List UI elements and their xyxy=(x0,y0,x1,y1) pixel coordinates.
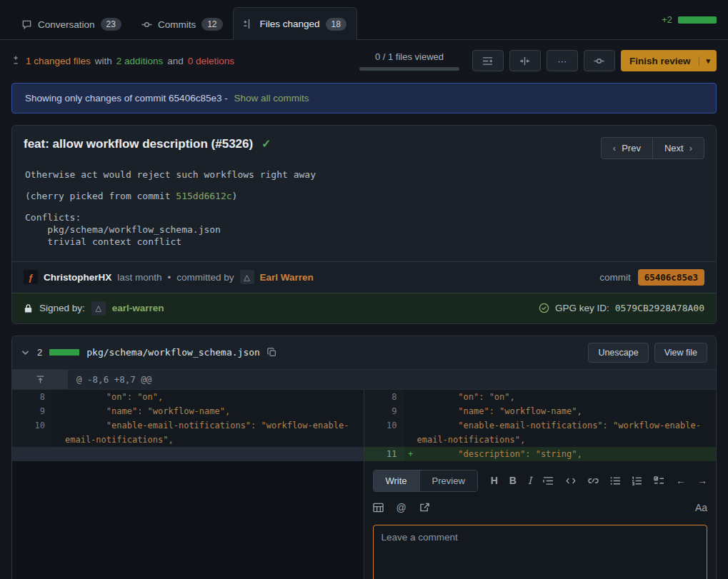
show-all-commits-link[interactable]: Show all commits xyxy=(234,93,309,104)
tab-conversation[interactable]: Conversation 23 xyxy=(11,9,131,39)
files-viewed: 0 / 1 files viewed xyxy=(359,51,459,71)
signer-avatar[interactable]: △ xyxy=(91,301,106,316)
unordered-list-icon[interactable] xyxy=(610,476,621,485)
cherry-pick-suffix: ) xyxy=(232,191,238,201)
commit-time: last month xyxy=(117,272,161,283)
diff-row: 8 "on": "on", xyxy=(12,390,364,404)
editor-toolbar-secondary: @ Aa xyxy=(373,502,708,513)
new-line-number[interactable]: 10 xyxy=(364,418,404,447)
with-text: with xyxy=(95,56,112,66)
files-viewed-label: 0 / 1 files viewed xyxy=(375,51,444,62)
commit-title: feat: allow workflow description (#5326) xyxy=(24,137,253,151)
tab-files-changed[interactable]: Files changed 18 xyxy=(233,7,357,40)
and-text: and xyxy=(167,56,184,66)
code-icon[interactable] xyxy=(565,476,577,485)
link-icon[interactable] xyxy=(588,476,599,485)
copy-path-icon[interactable] xyxy=(267,348,276,357)
gpg-key-id: 0579CB2928A78A00 xyxy=(615,303,704,313)
tab-commits[interactable]: Commits 12 xyxy=(131,9,233,39)
gpg-key-group: GPG key ID: 0579CB2928A78A00 xyxy=(539,303,704,313)
diff-row: 8 "on": "on", xyxy=(364,390,717,404)
commit-header: feat: allow workflow description (#5326)… xyxy=(12,126,716,163)
cherry-pick-commit-link[interactable]: 515dd6612c xyxy=(176,191,231,201)
hunk-header-row: @ -8,6 +8,7 @@ xyxy=(12,369,716,389)
tab-commits-count: 12 xyxy=(201,18,222,31)
new-line-number[interactable]: 9 xyxy=(364,404,404,418)
diff-empty-area xyxy=(12,461,364,579)
deletions-count: 0 deletions xyxy=(188,56,234,66)
old-line-number[interactable]: 10 xyxy=(12,418,52,447)
author-avatar[interactable]: ƒ xyxy=(24,270,38,284)
tab-conversation-label: Conversation xyxy=(38,19,95,30)
additions-count: 2 additions xyxy=(116,56,163,66)
font-toggle[interactable]: Aa xyxy=(695,502,707,513)
commit-panel: feat: allow workflow description (#5326)… xyxy=(11,125,717,324)
table-icon[interactable] xyxy=(373,503,384,513)
changed-files-count: 1 changed files xyxy=(26,56,91,66)
prev-commit-button[interactable]: ‹ Prev xyxy=(601,137,653,159)
signer-name[interactable]: earl-warren xyxy=(112,303,164,313)
commit-sha-badge[interactable]: 65406c85e3 xyxy=(638,269,704,286)
next-commit-button[interactable]: Next › xyxy=(652,137,704,159)
diff-new-side: 8 "on": "on", 9 "name": "workflow-name",… xyxy=(364,390,717,579)
committer-avatar[interactable]: △ xyxy=(240,270,254,284)
expand-hunk-button[interactable] xyxy=(12,370,68,389)
mention-icon[interactable]: @ xyxy=(397,502,407,513)
changed-files-summary: 1 changed files with 2 additions and 0 d… xyxy=(11,56,234,66)
code-line: "on": "on", xyxy=(417,390,717,404)
preview-tab[interactable]: Preview xyxy=(419,470,477,491)
file-additions-count: 2 xyxy=(37,347,42,358)
commit-sha-group: commit 65406c85e3 xyxy=(599,269,704,286)
commit-picker-button[interactable] xyxy=(584,50,615,71)
old-line-number[interactable]: 8 xyxy=(12,390,52,404)
new-line-number[interactable]: 11 xyxy=(364,447,404,461)
code-line: "enable-email-notifications": "workflow-… xyxy=(65,418,364,447)
italic-icon[interactable]: I xyxy=(528,475,532,486)
reference-icon[interactable] xyxy=(419,503,430,512)
write-tab[interactable]: Write xyxy=(374,470,419,491)
code-line: "on": "on", xyxy=(65,390,364,404)
file-name[interactable]: pkg/schema/workflow_schema.json xyxy=(86,347,260,358)
prev-label: Prev xyxy=(622,143,641,153)
task-list-icon[interactable] xyxy=(654,476,664,485)
whitespace-options-button[interactable] xyxy=(472,50,504,71)
arrow-left-icon[interactable]: ← xyxy=(676,475,686,486)
author-name[interactable]: ChristopherHX xyxy=(44,272,111,283)
diff-filler-row xyxy=(12,447,364,461)
global-diff-stats: +2 xyxy=(662,14,717,25)
code-line: "enable-email-notifications": "workflow-… xyxy=(417,418,717,447)
collapse-chevron-icon[interactable] xyxy=(21,348,30,357)
dropdown-caret-icon[interactable]: ▾ xyxy=(699,56,717,66)
committer-name[interactable]: Earl Warren xyxy=(260,272,314,283)
heading-icon[interactable]: H xyxy=(491,475,498,486)
new-line-number[interactable]: 8 xyxy=(364,390,404,404)
more-options-button[interactable]: ··· xyxy=(547,50,578,71)
ordered-list-icon[interactable] xyxy=(632,476,642,485)
files-toolbar: 1 changed files with 2 additions and 0 d… xyxy=(0,40,728,83)
hunk-header-text: @ -8,6 +8,7 @@ xyxy=(68,370,160,389)
expand-up-icon xyxy=(36,375,45,384)
split-diff: 8 "on": "on", 9 "name": "workflow-name",… xyxy=(12,389,716,579)
diff-view-toggle-button[interactable] xyxy=(509,50,541,71)
quote-icon[interactable] xyxy=(543,476,554,485)
old-line-number[interactable]: 9 xyxy=(12,404,52,418)
editor-toolbar: H B I xyxy=(491,475,707,486)
unescape-button[interactable]: Unescape xyxy=(588,343,648,363)
commit-nav: ‹ Prev Next › xyxy=(601,137,704,159)
diff-icon xyxy=(244,19,254,29)
meta-bullet: • xyxy=(168,272,171,283)
bold-icon[interactable]: B xyxy=(509,475,517,486)
ellipsis-icon: ··· xyxy=(557,56,567,66)
inline-comment-form: Write Preview H B I xyxy=(364,461,717,579)
commit-message-body: Otherwise act would reject such workflow… xyxy=(12,163,716,261)
view-file-button[interactable]: View file xyxy=(654,343,707,363)
finish-review-button[interactable]: Finish review ▾ xyxy=(621,50,717,71)
comment-textarea[interactable] xyxy=(373,525,708,579)
diffstat-additions: +2 xyxy=(662,14,672,25)
diff-old-side: 8 "on": "on", 9 "name": "workflow-name",… xyxy=(12,390,364,579)
banner-text: Showing only changes of commit 65406c85e… xyxy=(25,93,228,104)
pr-tab-bar: Conversation 23 Commits 12 Files changed… xyxy=(0,0,728,40)
diff-summary-icon xyxy=(11,56,21,66)
diff-added-row: 11 + "description": "string", xyxy=(364,447,717,461)
arrow-right-icon[interactable]: → xyxy=(697,475,707,486)
